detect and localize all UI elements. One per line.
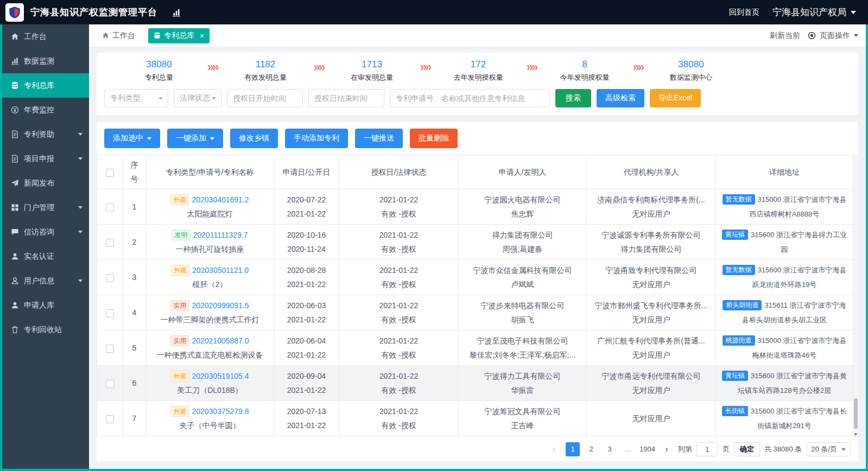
close-icon[interactable]: × <box>200 32 204 40</box>
sidebar-item-applicant-db[interactable]: 申请人库 <box>2 293 89 317</box>
publication-date: 2020-11-24 <box>278 242 334 256</box>
stat-valid-inventions[interactable]: 1182 有效发明总量 <box>225 59 306 82</box>
table-row: 1 外观202030401691.2 太阳能庭院灯 2020-07-22 202… <box>97 189 853 225</box>
sidebar-item-recycle[interactable]: 专利回收站 <box>2 317 89 342</box>
table-row: 6 外观202030519105.4 美工刀（DL018B） 2020-09-0… <box>97 366 853 401</box>
application-number-link[interactable]: 202021005887.0 <box>192 336 249 345</box>
application-number-link[interactable]: 202030519105.4 <box>192 372 249 380</box>
row-checkbox[interactable] <box>106 203 114 212</box>
advanced-search-button[interactable]: 高级检索 <box>597 89 644 107</box>
stats-bar: 38080 专利总量 »» 1182 有效发明总量 »» 1713 在审发明总量 <box>97 53 858 88</box>
next-page-button[interactable]: › <box>660 442 674 456</box>
refresh-current-button[interactable]: 刷新当前 <box>770 31 800 41</box>
application-number-link[interactable]: 202011111329.7 <box>193 231 248 239</box>
sidebar-item-patent-subsidy[interactable]: 专利资助 <box>2 122 89 147</box>
table-row: 4 实用202020999091.5 一种带三脚架的便携式工作灯 2020-06… <box>97 295 853 330</box>
publication-date: 2021-01-22 <box>278 418 334 432</box>
row-checkbox[interactable] <box>106 415 114 423</box>
agency: 宁波市甬远专利代理有限公司 <box>591 369 711 383</box>
stat-data-center[interactable]: 38080 数据监测中心 <box>650 59 732 82</box>
sidebar-item-news[interactable]: 新闻发布 <box>2 171 89 195</box>
page-button[interactable]: 3 <box>603 442 617 456</box>
top-header: 宁海县知识产权监测管理平台 回到首页 宁海县知识产权局 <box>0 0 868 24</box>
inventors: 周强;葛建春 <box>463 242 582 256</box>
tab-workbench[interactable]: 工作台 <box>97 28 141 43</box>
sidebar-item-workbench[interactable]: 工作台 <box>2 24 89 49</box>
row-checkbox[interactable] <box>106 380 114 388</box>
patent-type-select[interactable]: 专利类型 <box>104 89 168 107</box>
sidebar-item-data-monitor[interactable]: 数据监测 <box>2 49 89 73</box>
patent-type-badge: 实用 <box>170 335 189 346</box>
sidebar-item-petition[interactable]: 信访咨询 <box>2 220 89 244</box>
sidebar-item-realname[interactable]: 实名认证 <box>2 244 89 269</box>
prev-page-button[interactable]: ‹ <box>547 442 561 456</box>
select-all-checkbox[interactable] <box>106 169 114 177</box>
sidebar-item-project-apply[interactable]: 项目申报 <box>2 147 89 171</box>
inventors: 黎佳宏;刘冬冬;王泽军;杨启军;... <box>463 348 582 362</box>
stat-total-patents[interactable]: 38080 专利总量 <box>118 59 200 82</box>
manual-add-patent-button[interactable]: 手动添加专利 <box>285 129 348 148</box>
add-selected-button[interactable]: 添加选中 <box>104 129 160 148</box>
batch-delete-button[interactable]: 批量删除 <box>410 129 458 148</box>
sidebar-item-annual-fee[interactable]: 年费监控 <box>2 98 89 122</box>
org-dropdown[interactable]: 宁海县知识产权局 <box>772 6 856 18</box>
bar-chart-icon <box>172 8 181 17</box>
chevron-down-icon <box>147 137 151 140</box>
page-unit-label: 页 <box>723 444 730 454</box>
tab-patent-db[interactable]: 专利总库 × <box>148 28 210 43</box>
keyword-search-input[interactable] <box>390 89 550 107</box>
goto-label: 到第 <box>678 444 692 454</box>
double-chevron-icon: »» <box>413 60 438 82</box>
one-click-push-button[interactable]: 一键推送 <box>355 129 403 148</box>
row-checkbox[interactable] <box>106 309 114 317</box>
grant-start-date-input[interactable] <box>227 89 303 107</box>
application-number-link[interactable]: 202030401691.2 <box>192 195 249 204</box>
legal-status: 有效 -授权 <box>344 348 454 362</box>
table-header-row: 序号 专利类型/申请号/专利名称 申请日/公开日 授权日/法律状态 申请人/发明… <box>97 155 853 189</box>
total-count-label: 共 38080 条 <box>764 444 802 454</box>
application-number-link[interactable]: 202030375279.8 <box>192 407 249 416</box>
application-number-link[interactable]: 202020999091.5 <box>192 301 249 310</box>
scrollbar-thumb[interactable] <box>854 398 858 429</box>
application-date: 2020-06-03 <box>278 298 334 313</box>
page-button[interactable]: 1 <box>566 442 580 456</box>
one-click-add-button[interactable]: 一键添加 <box>167 129 223 148</box>
scroll-down-arrow[interactable]: ▼ <box>853 432 858 437</box>
goto-confirm-button[interactable]: 确定 <box>734 442 760 456</box>
stat-lastyear-grants[interactable]: 172 去年发明授权量 <box>438 59 519 82</box>
legal-status-select[interactable]: 法律状态 <box>174 89 221 107</box>
export-excel-button[interactable]: 导出Excel <box>650 89 701 107</box>
page-button[interactable]: 1904 <box>639 442 655 456</box>
row-checkbox[interactable] <box>106 274 114 282</box>
sidebar-item-patent-db[interactable]: 专利总库 <box>2 73 89 98</box>
application-number-link[interactable]: 202030501121.0 <box>192 266 249 275</box>
page-ops-dropdown[interactable]: 页面操作 <box>808 31 858 41</box>
goto-page-input[interactable] <box>696 442 718 456</box>
patent-type-badge: 外观 <box>170 371 189 381</box>
row-index: 3 <box>123 260 146 295</box>
sidebar-item-portal[interactable]: 门户管理 <box>2 195 89 220</box>
app-title: 宁海县知识产权监测管理平台 <box>30 6 157 18</box>
row-checkbox[interactable] <box>106 239 114 247</box>
modify-town-button[interactable]: 修改乡镇 <box>230 129 278 148</box>
send-icon <box>10 179 19 188</box>
row-checkbox[interactable] <box>106 345 114 353</box>
grant-date: 2021-01-22 <box>344 193 454 207</box>
applicant: 宁波步来特电器有限公司 <box>463 298 582 313</box>
sidebar-item-user-info[interactable]: 用户信息 <box>2 269 89 293</box>
col-header-grant-status: 授权日/法律状态 <box>339 155 459 189</box>
document-icon <box>10 155 19 163</box>
stat-thisyear-grants[interactable]: 8 今年发明授权量 <box>544 59 625 82</box>
address-text: 315000 浙江省宁波市宁海县西店镇樟树村A8888号 <box>750 195 847 218</box>
back-home-link[interactable]: 回到首页 <box>729 8 759 17</box>
table-row: 3 外观202030501121.0 模胚（2） 2020-08-28 2021… <box>97 260 853 295</box>
page-size-select[interactable]: 20 条/页 <box>806 442 851 456</box>
stat-pending-inventions[interactable]: 1713 在审发明总量 <box>331 59 413 82</box>
page-button[interactable]: 2 <box>584 442 598 456</box>
grant-end-date-input[interactable] <box>308 89 384 107</box>
row-index: 7 <box>123 401 146 436</box>
sidebar-item-label: 专利回收站 <box>24 325 62 335</box>
search-button[interactable]: 搜索 <box>555 89 591 107</box>
sharer: 无对应用户 <box>591 411 711 425</box>
table-scrollbar: ▼ <box>853 155 858 437</box>
